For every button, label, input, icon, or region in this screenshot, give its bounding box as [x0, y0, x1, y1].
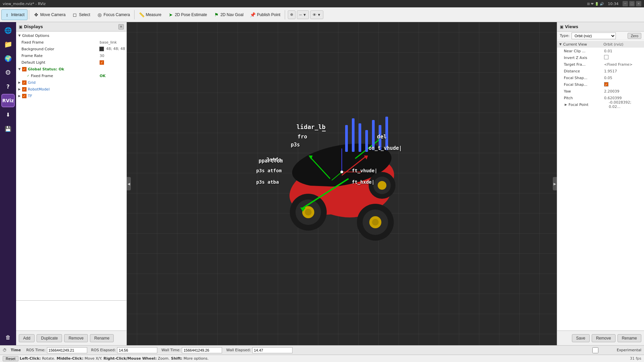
- svg-point-9: [372, 219, 379, 226]
- titlebar: view_modle.rviz* - RViz ⊞ ❤ 🔋 🔊 10:34 ─ …: [0, 0, 644, 7]
- displays-icon: ▣: [19, 24, 22, 29]
- toolbar-extra-btn-1[interactable]: ⊕: [288, 10, 296, 19]
- background-color-row[interactable]: Background Color 48; 48; 48: [16, 46, 126, 52]
- distance-row[interactable]: Distance 1.9517: [557, 68, 644, 74]
- robot-model-label: RobotModel: [28, 87, 125, 92]
- global-status-row[interactable]: ▼ ✓ Global Status: Ok: [16, 66, 126, 72]
- select-button[interactable]: ◻ Select: [69, 9, 93, 20]
- app-icon-hdd[interactable]: 💾: [1, 122, 15, 135]
- yaw-label: Yaw: [564, 89, 604, 94]
- invert-z-row[interactable]: Invert Z Axis: [557, 54, 644, 61]
- add-button[interactable]: Add: [19, 334, 35, 342]
- target-frame-row[interactable]: Target Fra... <Fixed Frame>: [557, 61, 644, 68]
- zero-button[interactable]: Zero: [628, 33, 641, 39]
- displays-close-btn[interactable]: ✕: [118, 24, 124, 29]
- grid-label: Grid: [28, 80, 125, 85]
- app-icon-browser[interactable]: 🌐: [1, 23, 15, 37]
- frame-rate-row[interactable]: Frame Rate 30: [16, 52, 126, 59]
- publish-point-button[interactable]: 📌 Publish Point: [247, 9, 283, 20]
- main-layout: 🌐 📁 🌍 ⚙ ? RViz ⬇ 💾 🗑 ▣ Displays ✕ ▼ Glob…: [0, 22, 644, 345]
- grid-checkbox[interactable]: ✓: [22, 80, 26, 85]
- pitch-label: Pitch: [564, 96, 604, 100]
- app-icon-download[interactable]: ⬇: [1, 108, 15, 121]
- app-icon-files[interactable]: 📁: [1, 38, 15, 51]
- move-camera-button[interactable]: ✥ Move Camera: [31, 9, 68, 20]
- default-light-checkbox[interactable]: ✓: [100, 60, 104, 65]
- app-icon-rviz[interactable]: RViz: [1, 94, 15, 107]
- clock: 10:34: [608, 2, 619, 6]
- views-panel: ▣ Views Type: Orbit (rviz) FPS ThirdPers…: [557, 22, 644, 345]
- views-title: ▣ Views: [560, 24, 578, 29]
- collapse-left-handle[interactable]: ◀: [127, 177, 131, 190]
- toolbar-extra-btn-3[interactable]: 👁 ▼: [310, 10, 323, 19]
- yaw-value: 2.20039: [604, 89, 643, 94]
- views-remove-button[interactable]: Remove: [592, 334, 615, 342]
- minimize-btn[interactable]: ─: [623, 1, 628, 6]
- toolbar: ↕ Interact ✥ Move Camera ◻ Select ◎ Focu…: [0, 7, 644, 22]
- experimental-checkbox[interactable]: [575, 347, 615, 353]
- app-icon-chrome[interactable]: 🌍: [1, 52, 15, 65]
- focal-shape-enabled-checkbox[interactable]: ✓: [604, 82, 608, 86]
- ros-time-input[interactable]: [47, 347, 87, 353]
- focal-point-value: -0.0028392; 0.02...: [609, 100, 643, 109]
- current-view-row[interactable]: ▼ Current View Orbit (rviz): [557, 41, 644, 48]
- tf-row[interactable]: ▶ ✓ TF: [16, 93, 126, 99]
- near-clip-row[interactable]: Near Clip ... 0.01: [557, 48, 644, 54]
- left-click-label: Left-Click: Rotate.: [20, 356, 55, 361]
- rename-button[interactable]: Rename: [90, 334, 114, 342]
- toolbar-extra-btn-2[interactable]: ─ ▼: [297, 10, 309, 19]
- publish-point-icon: 📌: [250, 12, 256, 17]
- robot-svg: [241, 92, 442, 259]
- fixed-frame-row[interactable]: Fixed Frame base_link: [16, 39, 126, 46]
- robot-model-row[interactable]: ▶ ✓ RobotModel: [16, 86, 126, 93]
- wall-time-input[interactable]: [182, 347, 222, 353]
- views-rename-button[interactable]: Rename: [618, 334, 641, 342]
- focal-shape-size-row[interactable]: Focal Shap... 0.05: [557, 74, 644, 81]
- svg-point-12: [378, 181, 386, 190]
- duplicate-button[interactable]: Duplicate: [37, 334, 62, 342]
- default-light-row[interactable]: Default Light ✓: [16, 59, 126, 66]
- shift-label: Shift: More options.: [171, 356, 209, 361]
- global-status-checkbox[interactable]: ✓: [22, 67, 26, 71]
- viewport[interactable]: ◀ ▶: [127, 22, 557, 345]
- invert-z-checkbox[interactable]: [604, 55, 608, 59]
- fixed-frame-status-label: Fixed Frame: [31, 74, 98, 78]
- measure-button[interactable]: 📏 Measure: [136, 9, 164, 20]
- focus-camera-button[interactable]: ◎ Focus Camera: [94, 9, 133, 20]
- nav-goal-button[interactable]: ⚑ 2D Nav Goal: [211, 9, 247, 20]
- robot-model-checkbox[interactable]: ✓: [22, 87, 26, 92]
- ros-elapsed-input[interactable]: [117, 347, 157, 353]
- collapse-right-handle[interactable]: ▶: [553, 177, 557, 190]
- reset-button[interactable]: Reset: [3, 356, 18, 361]
- global-options-row[interactable]: ▼ Global Options: [16, 32, 126, 39]
- focal-point-row[interactable]: ▶ Focal Point -0.0028392; 0.02...: [557, 101, 644, 108]
- tf-checkbox[interactable]: ✓: [22, 94, 26, 98]
- grid-row[interactable]: ▶ ✓ Grid: [16, 79, 126, 86]
- app-icon-settings[interactable]: ⚙: [1, 66, 15, 79]
- fixed-frame-status-row[interactable]: ✓ Fixed Frame OK: [16, 72, 126, 79]
- views-save-button[interactable]: Save: [572, 334, 590, 342]
- yaw-row[interactable]: Yaw 2.20039: [557, 88, 644, 95]
- experimental-label: Experimental: [617, 348, 641, 352]
- invert-z-value: [604, 55, 643, 60]
- app-icon-trash[interactable]: 🗑: [1, 330, 15, 344]
- wall-elapsed-input[interactable]: [252, 347, 292, 353]
- near-clip-value: 0.01: [604, 49, 643, 53]
- views-type-select[interactable]: Orbit (rviz) FPS ThirdPersonFollower Top…: [572, 33, 616, 39]
- select-label: Select: [79, 12, 90, 17]
- maximize-btn[interactable]: □: [629, 1, 635, 6]
- pose-estimate-button[interactable]: ➤ 2D Pose Estimate: [165, 9, 210, 20]
- focus-camera-label: Focus Camera: [104, 12, 130, 17]
- fixed-frame-value: base_link: [98, 40, 125, 45]
- interact-button[interactable]: ↕ Interact: [1, 9, 28, 20]
- focal-shape-enabled-row[interactable]: Focal Shap... ✓: [557, 81, 644, 88]
- remove-button[interactable]: Remove: [64, 334, 88, 342]
- move-camera-label: Move Camera: [40, 12, 65, 17]
- app-icon-question[interactable]: ?: [1, 80, 15, 93]
- displays-lower-area: [16, 300, 126, 330]
- pitch-value: 0.620399: [604, 96, 643, 100]
- app-sidebar: 🌐 📁 🌍 ⚙ ? RViz ⬇ 💾 🗑: [0, 22, 16, 345]
- robot-scene: lidar_lb fro p3s del on_t_vhude| 3atfo p…: [241, 92, 442, 259]
- default-light-label: Default Light: [21, 60, 98, 65]
- close-btn[interactable]: ✕: [636, 1, 641, 6]
